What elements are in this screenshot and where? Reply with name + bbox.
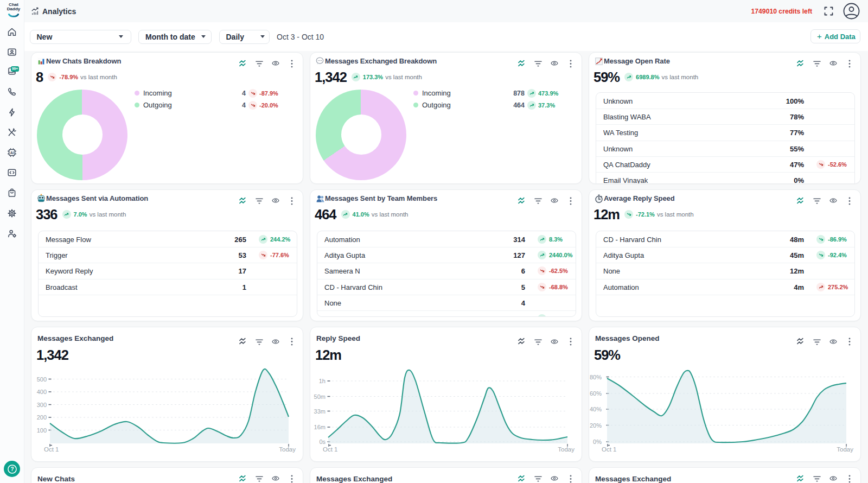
svg-text:40%: 40% xyxy=(590,406,602,412)
svg-text:0s: 0s xyxy=(319,438,326,445)
svg-text:?: ? xyxy=(10,466,14,472)
svg-text:500: 500 xyxy=(37,376,47,383)
svg-text:50m: 50m xyxy=(314,393,326,400)
svg-text:300: 300 xyxy=(37,402,47,408)
svg-text:Today: Today xyxy=(837,446,853,453)
svg-text:100: 100 xyxy=(37,427,47,434)
svg-text:1h: 1h xyxy=(319,378,326,384)
svg-text:Today: Today xyxy=(558,446,575,453)
svg-text:80%: 80% xyxy=(590,374,602,380)
svg-text:Oct 1: Oct 1 xyxy=(323,446,337,453)
svg-text:16m: 16m xyxy=(314,424,326,430)
svg-text:20%: 20% xyxy=(590,422,602,429)
svg-text:60%: 60% xyxy=(590,390,602,397)
svg-text:33m: 33m xyxy=(314,408,326,415)
svg-text:AI: AI xyxy=(10,151,14,155)
svg-text:Today: Today xyxy=(279,446,296,453)
svg-text:400: 400 xyxy=(37,389,47,395)
svg-text:0%: 0% xyxy=(593,438,602,445)
svg-text:200: 200 xyxy=(37,414,47,421)
svg-text:Oct 1: Oct 1 xyxy=(602,446,616,453)
svg-text:Oct 1: Oct 1 xyxy=(44,446,59,453)
